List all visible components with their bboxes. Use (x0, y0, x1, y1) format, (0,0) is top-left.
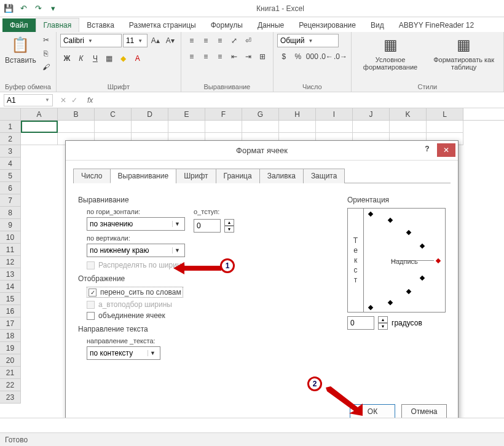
dialog-titlebar[interactable]: Формат ячеек ? ✕ (66, 141, 458, 161)
col-header[interactable]: G (242, 108, 279, 120)
tab-fill[interactable]: Заливка (259, 169, 304, 183)
paste-button[interactable]: 📋 Вставить (4, 34, 37, 66)
format-as-table-button[interactable]: ▦ Форматировать как таблицу (428, 34, 500, 72)
tab-number[interactable]: Число (73, 169, 111, 183)
tab-alignment[interactable]: Выравнивание (110, 169, 177, 183)
grow-font-icon[interactable]: A▴ (149, 34, 162, 47)
align-bottom-icon[interactable]: ≡ (213, 34, 227, 47)
row-header[interactable]: 13 (0, 268, 21, 281)
col-header[interactable]: E (168, 108, 205, 120)
conditional-formatting-button[interactable]: ▦ Условное форматирование (355, 34, 425, 72)
tab-border[interactable]: Граница (216, 169, 260, 183)
row-header[interactable]: 7 (0, 194, 21, 207)
align-middle-icon[interactable]: ≡ (199, 34, 213, 47)
percent-icon[interactable]: % (291, 50, 305, 63)
select-all-corner[interactable] (0, 108, 21, 120)
spin-down-icon[interactable]: ▼ (378, 323, 388, 330)
cell[interactable] (279, 121, 316, 133)
undo-icon[interactable]: ↶ (17, 2, 30, 15)
wrap-checkbox-row[interactable]: перено_сить по словам (87, 287, 183, 298)
merge-checkbox-row[interactable]: объединение ячеек (87, 311, 335, 320)
cut-icon[interactable]: ✂ (40, 34, 52, 46)
row-header[interactable]: 6 (0, 182, 21, 194)
row-header[interactable]: 18 (0, 330, 21, 342)
row-header[interactable]: 15 (0, 293, 21, 305)
col-header[interactable]: A (21, 108, 58, 120)
orientation-icon[interactable]: ⤢ (227, 34, 241, 47)
row-header[interactable]: 10 (0, 231, 21, 244)
row-header[interactable]: 17 (0, 317, 21, 330)
help-icon[interactable]: ? (421, 145, 433, 153)
indent-decrease-icon[interactable]: ⇤ (227, 50, 241, 63)
direction-select[interactable]: по контексту ▼ (87, 346, 160, 360)
orientation-vertical-text[interactable]: Текст (348, 209, 364, 312)
format-painter-icon[interactable]: 🖌 (40, 61, 52, 73)
tab-abbyy[interactable]: ABBYY FineReader 12 (392, 18, 482, 32)
number-format-select[interactable]: Общий▼ (277, 34, 339, 47)
merge-icon[interactable]: ⊞ (256, 50, 269, 63)
col-header[interactable]: I (316, 108, 353, 120)
row-header[interactable]: 16 (0, 305, 21, 317)
font-color-icon[interactable]: A (131, 52, 144, 65)
align-right-icon[interactable]: ≡ (213, 50, 227, 63)
col-header[interactable]: J (353, 108, 390, 120)
row-header[interactable]: 12 (0, 256, 21, 268)
row-header[interactable]: 11 (0, 244, 21, 256)
close-icon[interactable]: ✕ (437, 143, 455, 157)
row-header[interactable]: 4 (0, 157, 21, 170)
cell-a1[interactable] (21, 121, 58, 133)
spin-up-icon[interactable]: ▲ (378, 316, 388, 323)
orientation-handle[interactable] (436, 258, 441, 263)
indent-increase-icon[interactable]: ⇥ (242, 50, 255, 63)
decimal-increase-icon[interactable]: .0← (320, 50, 333, 63)
cancel-icon[interactable]: ✕ (60, 96, 66, 105)
cell[interactable] (205, 121, 242, 133)
tab-home[interactable]: Главная (36, 18, 80, 32)
cell[interactable] (168, 121, 205, 133)
name-box[interactable]: A1 ▼ (4, 94, 53, 106)
cell[interactable] (242, 121, 279, 133)
row-header[interactable]: 19 (0, 342, 21, 354)
cell[interactable] (132, 121, 168, 133)
indent-input[interactable]: 0 (194, 219, 221, 233)
tab-file[interactable]: Файл (2, 18, 36, 32)
decimal-decrease-icon[interactable]: .0→ (334, 50, 347, 63)
sheet-tabs[interactable] (0, 418, 504, 432)
shrink-font-icon[interactable]: A▾ (163, 34, 177, 47)
border-icon[interactable]: ▦ (103, 52, 116, 65)
cell[interactable] (21, 133, 58, 145)
tab-font[interactable]: Шрифт (176, 169, 216, 183)
col-header[interactable]: K (390, 108, 427, 120)
horizontal-select[interactable]: по значению ▼ (87, 217, 185, 231)
tab-view[interactable]: Вид (363, 18, 392, 32)
redo-icon[interactable]: ↷ (32, 2, 44, 15)
enter-icon[interactable]: ✓ (71, 96, 77, 105)
degrees-input[interactable]: 0 (347, 316, 374, 330)
orientation-control[interactable]: Текст Надпись (347, 208, 446, 313)
cell[interactable] (390, 121, 427, 133)
row-header[interactable]: 3 (0, 145, 21, 157)
fill-color-icon[interactable]: ◆ (117, 52, 130, 65)
bold-button[interactable]: Ж (60, 52, 74, 65)
qat-customize-icon[interactable]: ▾ (47, 2, 59, 15)
tab-review[interactable]: Рецензирование (291, 18, 363, 32)
copy-icon[interactable]: ⎘ (40, 47, 52, 60)
row-header[interactable]: 21 (0, 367, 21, 379)
tab-insert[interactable]: Вставка (79, 18, 122, 32)
align-left-icon[interactable]: ≡ (185, 50, 199, 63)
col-header[interactable]: F (205, 108, 242, 120)
vertical-select[interactable]: по нижнему краю ▼ (87, 244, 185, 257)
thousands-icon[interactable]: 000 (305, 50, 319, 63)
row-header[interactable]: 8 (0, 207, 21, 219)
currency-icon[interactable]: $ (277, 50, 291, 63)
tab-data[interactable]: Данные (250, 18, 291, 32)
col-header[interactable]: L (427, 108, 463, 120)
row-header[interactable]: 22 (0, 379, 21, 391)
spin-up-icon[interactable]: ▲ (224, 219, 234, 226)
align-top-icon[interactable]: ≡ (185, 34, 199, 47)
spin-down-icon[interactable]: ▼ (224, 226, 234, 233)
cell[interactable] (95, 121, 132, 133)
cancel-button[interactable]: Отмена (401, 404, 447, 419)
tab-layout[interactable]: Разметка страницы (122, 18, 203, 32)
col-header[interactable]: C (95, 108, 132, 120)
